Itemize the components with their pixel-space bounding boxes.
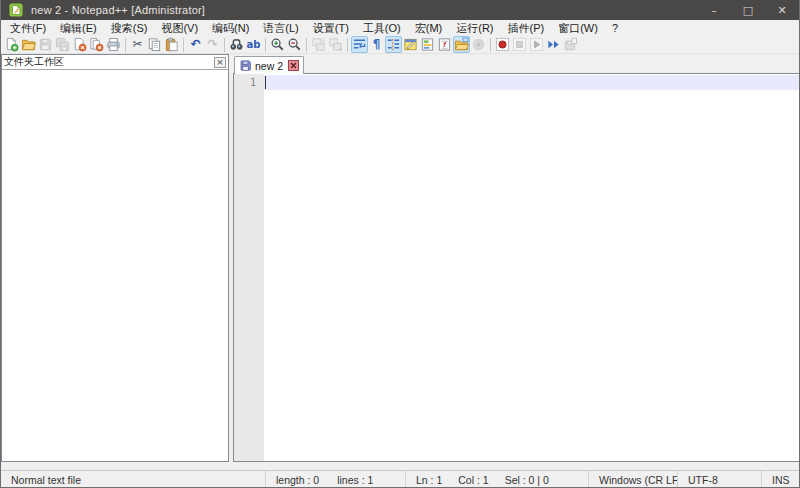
lines-text: lines : 1	[337, 474, 373, 486]
macro-play-button	[528, 36, 545, 53]
menu-item-edit[interactable]: 编辑(E)	[53, 20, 104, 36]
user-define-dialog-button[interactable]	[402, 36, 419, 53]
text-area[interactable]	[264, 74, 799, 461]
line-pos-text: Ln : 1	[416, 474, 442, 486]
length-text: length : 0	[276, 474, 319, 486]
indent-guide-button[interactable]	[385, 36, 402, 53]
new-file-button[interactable]	[3, 36, 20, 53]
sync-horizontal-button	[327, 36, 344, 53]
paste-button[interactable]	[163, 36, 180, 53]
document-map-button[interactable]	[419, 36, 436, 53]
show-all-characters-button[interactable]: ¶	[368, 36, 385, 53]
toolbar-separator	[490, 38, 491, 52]
editor-pane: new 2 1	[233, 54, 799, 462]
toolbar-separator	[347, 38, 348, 52]
maximize-button[interactable]: □	[731, 0, 765, 20]
menu-item-encoding[interactable]: 编码(N)	[205, 20, 256, 36]
toolbar-separator	[125, 38, 126, 52]
zoom-in-button[interactable]	[269, 36, 286, 53]
monitoring-button	[470, 36, 487, 53]
main-area: 文件夹工作区 × new 2 1	[1, 54, 799, 462]
toolbar-separator	[224, 38, 225, 52]
window-controls: – □ ✕	[697, 0, 799, 20]
sync-vertical-button	[310, 36, 327, 53]
window-title: new 2 - Notepad++ [Administrator]	[31, 4, 205, 16]
menu-item-settings[interactable]: 设置(T)	[306, 20, 356, 36]
line-number: 1	[234, 74, 264, 90]
status-bar: Normal text file length : 0 lines : 1 Ln…	[1, 470, 799, 488]
menu-item-file[interactable]: 文件(F)	[3, 20, 53, 36]
status-doc-type: Normal text file	[1, 471, 266, 488]
folder-as-workspace-button[interactable]	[453, 36, 470, 53]
replace-button[interactable]: ab	[245, 36, 262, 53]
selection-text: Sel : 0 | 0	[505, 474, 549, 486]
title-bar: new 2 - Notepad++ [Administrator] – □ ✕	[1, 0, 799, 20]
menu-item-plugins[interactable]: 插件(P)	[501, 20, 552, 36]
close-button[interactable]: ✕	[765, 0, 799, 20]
print-button[interactable]	[105, 36, 122, 53]
redo-button: ↷	[204, 36, 221, 53]
cut-button[interactable]: ✂	[129, 36, 146, 53]
menu-item-macro[interactable]: 宏(M)	[408, 20, 450, 36]
panel-title: 文件夹工作区	[4, 55, 64, 69]
notepadpp-logo-icon	[9, 3, 25, 17]
status-encoding[interactable]: UTF-8	[678, 471, 762, 488]
tab-close-icon[interactable]	[288, 60, 299, 71]
toolbar-separator	[183, 38, 184, 52]
word-wrap-button[interactable]	[351, 36, 368, 53]
text-caret	[265, 76, 266, 89]
zoom-out-button[interactable]	[286, 36, 303, 53]
panel-header: 文件夹工作区 ×	[2, 55, 228, 70]
doc-type-text: Normal text file	[11, 474, 81, 486]
macro-stop-button	[511, 36, 528, 53]
status-length-lines: length : 0 lines : 1	[266, 471, 406, 488]
panel-close-button[interactable]: ×	[214, 57, 226, 68]
col-pos-text: Col : 1	[458, 474, 488, 486]
eol-text: Windows (CR LF)	[599, 474, 678, 486]
saved-file-icon	[239, 59, 252, 72]
folder-workspace-panel: 文件夹工作区 ×	[1, 54, 229, 462]
line-number-gutter: 1	[234, 74, 264, 461]
open-file-button[interactable]	[20, 36, 37, 53]
macro-run-multiple-button[interactable]	[545, 36, 562, 53]
menu-bar: 文件(F)编辑(E)搜索(S)视图(V)编码(N)语言(L)设置(T)工具(O)…	[1, 20, 799, 36]
notepadpp-window: new 2 - Notepad++ [Administrator] – □ ✕ …	[0, 0, 800, 488]
toolbar: ✂↶↷ab¶f	[1, 36, 799, 54]
menu-item-search[interactable]: 搜索(S)	[104, 20, 155, 36]
menu-item-run[interactable]: 运行(R)	[449, 20, 500, 36]
menu-item-tools[interactable]: 工具(O)	[356, 20, 408, 36]
menu-item-view[interactable]: 视图(V)	[154, 20, 205, 36]
status-cursor-position: Ln : 1 Col : 1 Sel : 0 | 0	[406, 471, 589, 488]
save-all-button	[54, 36, 71, 53]
tab-bar: new 2	[233, 54, 799, 73]
current-line-highlight	[264, 75, 799, 90]
panel-body[interactable]	[2, 70, 228, 461]
status-eol-format[interactable]: Windows (CR LF)	[589, 471, 678, 488]
status-insert-mode[interactable]: INS	[762, 471, 799, 488]
undo-button[interactable]: ↶	[187, 36, 204, 53]
menu-item-language[interactable]: 语言(L)	[256, 20, 305, 36]
tab-new-2[interactable]: new 2	[234, 56, 304, 74]
minimize-button[interactable]: –	[697, 0, 731, 20]
function-list-button[interactable]: f	[436, 36, 453, 53]
insert-mode-text: INS	[772, 474, 790, 486]
macro-save-button	[562, 36, 579, 53]
toolbar-separator	[265, 38, 266, 52]
macro-record-button[interactable]	[494, 36, 511, 53]
close-file-button[interactable]	[71, 36, 88, 53]
menu-item-help[interactable]: ?	[605, 20, 625, 36]
close-all-button[interactable]	[88, 36, 105, 53]
copy-button[interactable]	[146, 36, 163, 53]
menu-item-window[interactable]: 窗口(W)	[551, 20, 605, 36]
toolbar-separator	[306, 38, 307, 52]
find-button[interactable]	[228, 36, 245, 53]
editor-area[interactable]: 1	[233, 73, 799, 462]
save-file-button	[37, 36, 54, 53]
tab-label: new 2	[255, 60, 283, 72]
encoding-text: UTF-8	[688, 474, 718, 486]
